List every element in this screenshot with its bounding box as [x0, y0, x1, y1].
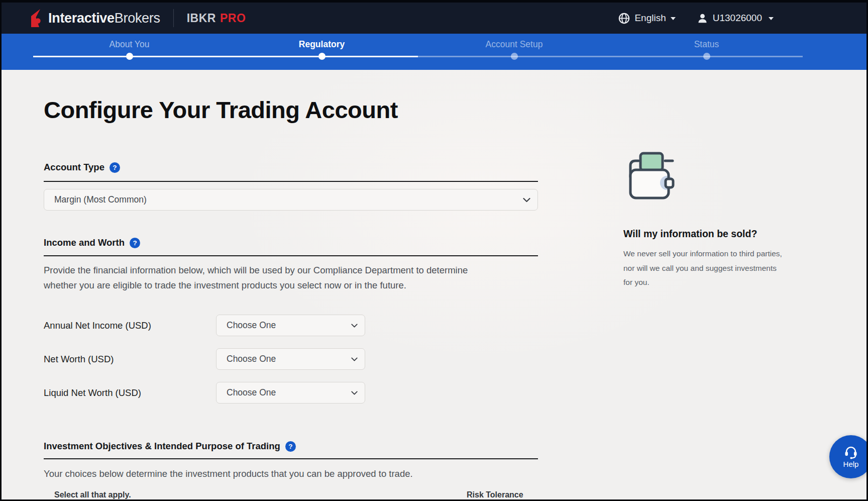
account-type-value: Margin (Most Common): [54, 194, 147, 205]
annual-net-income-row: Annual Net Income (USD) Choose One: [44, 315, 365, 336]
user-id-label: U13026000: [713, 13, 762, 24]
income-worth-description: Provide the financial information below,…: [44, 263, 498, 293]
liquid-net-worth-select[interactable]: Choose One: [216, 382, 365, 404]
income-worth-label: Income and Worth: [44, 237, 125, 248]
app-window: InteractiveBrokers IBKRPRO English U1302…: [0, 0, 868, 501]
ibkr-logo-icon: [30, 9, 43, 27]
step-label: About You: [110, 39, 150, 50]
step-status[interactable]: Status: [610, 34, 803, 70]
net-worth-row: Net Worth (USD) Choose One: [44, 348, 365, 370]
section-divider: [44, 458, 538, 459]
objectives-label: Investment Objectives & Intended Purpose…: [44, 441, 280, 452]
info-aside: Will my information be sold? We never se…: [623, 151, 794, 290]
income-worth-section-header: Income and Worth ?: [44, 237, 140, 248]
brand-name: InteractiveBrokers: [48, 11, 160, 26]
language-label: English: [634, 13, 666, 24]
language-selector[interactable]: English: [618, 13, 675, 24]
step-dot: [318, 53, 325, 60]
header-divider: [173, 9, 174, 27]
account-type-label: Account Type: [44, 162, 104, 173]
chevron-down-icon: [523, 197, 530, 202]
aside-heading: Will my information be sold?: [623, 228, 794, 240]
annual-net-income-value: Choose One: [227, 320, 276, 331]
chevron-down-icon: [351, 324, 358, 328]
select-all-column-header: Select all that apply.: [54, 490, 131, 499]
section-divider: [44, 181, 538, 182]
risk-tolerance-column-header: Risk Tolerance: [467, 490, 523, 499]
plan-ibkr: IBKR: [187, 12, 216, 25]
liquid-net-worth-value: Choose One: [227, 387, 276, 398]
annual-net-income-label: Annual Net Income (USD): [44, 320, 216, 331]
wallet-icon: [623, 151, 676, 203]
top-header: InteractiveBrokers IBKRPRO English U1302…: [2, 3, 866, 34]
user-icon: [697, 13, 708, 24]
chevron-down-icon: [671, 17, 676, 20]
brand-name-interactive: Interactive: [48, 11, 115, 26]
net-worth-select[interactable]: Choose One: [216, 348, 365, 370]
help-icon[interactable]: ?: [130, 238, 140, 248]
account-type-section-header: Account Type ?: [44, 162, 120, 173]
objectives-section-header: Investment Objectives & Intended Purpose…: [44, 441, 296, 452]
chevron-down-icon: [351, 357, 358, 361]
objectives-description: Your choices below determine the investm…: [44, 466, 526, 481]
step-dot: [126, 53, 133, 60]
page-title: Configure Your Trading Account: [44, 96, 398, 124]
help-label: Help: [843, 460, 859, 468]
aside-body: We never sell your information to third …: [623, 247, 783, 290]
annual-net-income-select[interactable]: Choose One: [216, 315, 365, 336]
help-icon[interactable]: ?: [110, 162, 120, 173]
step-label: Account Setup: [486, 39, 543, 50]
progress-nav: About You Regulatory Account Setup Statu…: [2, 34, 866, 70]
step-dot: [511, 53, 518, 60]
liquid-net-worth-label: Liquid Net Worth (USD): [44, 387, 216, 398]
chevron-down-icon: [769, 17, 774, 20]
step-about-you[interactable]: About You: [33, 34, 226, 70]
step-label: Regulatory: [299, 39, 345, 50]
net-worth-label: Net Worth (USD): [44, 354, 216, 365]
help-button[interactable]: Help: [829, 435, 868, 478]
progress-steps: About You Regulatory Account Setup Statu…: [33, 34, 803, 70]
brand-name-brokers: Brokers: [115, 11, 160, 26]
help-icon[interactable]: ?: [285, 441, 296, 452]
plan-pro: PRO: [220, 12, 246, 25]
globe-icon: [618, 13, 630, 24]
liquid-net-worth-row: Liquid Net Worth (USD) Choose One: [44, 382, 365, 404]
user-menu[interactable]: U13026000: [697, 13, 774, 24]
headset-icon: [843, 445, 859, 459]
step-dot: [703, 53, 710, 60]
plan-badge: IBKRPRO: [187, 12, 246, 25]
step-label: Status: [694, 39, 719, 50]
step-account-setup[interactable]: Account Setup: [418, 34, 610, 70]
section-divider: [44, 255, 538, 256]
net-worth-value: Choose One: [227, 354, 276, 364]
chevron-down-icon: [351, 391, 358, 395]
account-type-select[interactable]: Margin (Most Common): [44, 189, 538, 211]
company-logo[interactable]: InteractiveBrokers: [30, 9, 160, 27]
step-regulatory[interactable]: Regulatory: [226, 34, 418, 70]
